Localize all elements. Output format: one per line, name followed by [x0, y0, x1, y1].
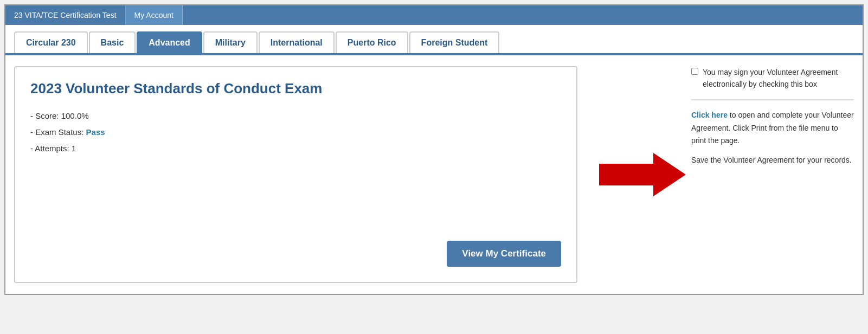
exam-card: 2023 Volunteer Standards of Conduct Exam… — [14, 66, 577, 283]
tab-row: Circular 230 Basic Advanced Military Int… — [5, 25, 863, 55]
volunteer-agreement-checkbox[interactable] — [691, 68, 698, 75]
tab-puertorico[interactable]: Puerto Rico — [336, 31, 408, 53]
score-row: - Score: 100.0% — [30, 108, 561, 124]
status-row: - Exam Status: Pass — [30, 124, 561, 140]
svg-marker-0 — [599, 153, 686, 196]
tab-circular230[interactable]: Circular 230 — [14, 31, 88, 53]
top-nav-myaccount[interactable]: My Account — [126, 5, 183, 25]
checkbox-label: You may sign your Volunteer Agreement el… — [703, 66, 854, 91]
checkbox-row: You may sign your Volunteer Agreement el… — [691, 66, 854, 91]
exam-title: 2023 Volunteer Standards of Conduct Exam — [30, 80, 561, 97]
view-certificate-button[interactable]: View My Certificate — [447, 241, 561, 267]
red-arrow-icon — [599, 153, 686, 196]
arrow-area — [594, 66, 691, 283]
score-label: - Score: 100.0% — [30, 111, 89, 120]
tab-foreignstudent[interactable]: Foreign Student — [409, 31, 500, 53]
click-here-link[interactable]: Click here — [691, 111, 728, 119]
status-label: - Exam Status: — [30, 127, 83, 137]
tab-international[interactable]: International — [259, 31, 335, 53]
sidebar-save-text: Save the Volunteer Agreement for your re… — [691, 154, 854, 167]
main-content: 2023 Volunteer Standards of Conduct Exam… — [5, 55, 863, 294]
attempts-row: - Attempts: 1 — [30, 140, 561, 157]
attempts-label: - Attempts: 1 — [30, 144, 76, 153]
exam-info: - Score: 100.0% - Exam Status: Pass - At… — [30, 108, 561, 157]
status-value: Pass — [86, 127, 105, 137]
right-sidebar: You may sign your Volunteer Agreement el… — [691, 66, 854, 283]
sidebar-agreement-text: Click here to open and complete your Vol… — [691, 109, 854, 147]
checkbox-section: You may sign your Volunteer Agreement el… — [691, 66, 854, 100]
tab-military[interactable]: Military — [203, 31, 258, 53]
top-nav: 23 VITA/TCE Certification Test My Accoun… — [5, 5, 863, 25]
top-nav-certification[interactable]: 23 VITA/TCE Certification Test — [5, 5, 126, 25]
tab-basic[interactable]: Basic — [89, 31, 136, 53]
tab-advanced[interactable]: Advanced — [137, 31, 202, 53]
